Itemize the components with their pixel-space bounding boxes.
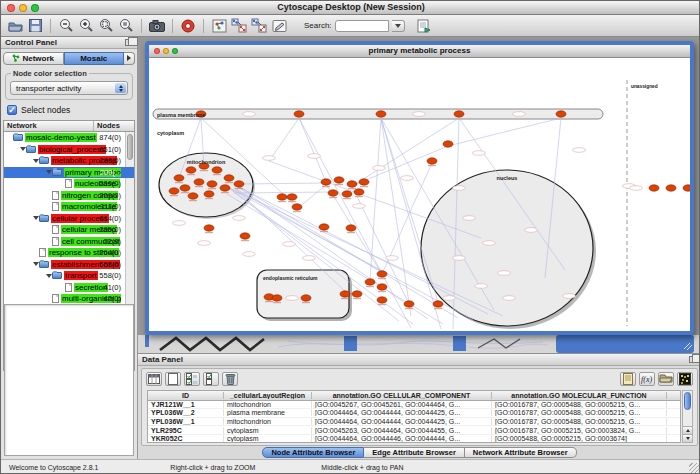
- tree-row[interactable]: nucleobase-209(0): [4, 178, 134, 190]
- network-node[interactable]: [347, 181, 357, 187]
- select-nodes-checkbox[interactable]: ✓: [7, 105, 17, 115]
- tree-row[interactable]: metabolic process280(0): [4, 155, 134, 167]
- network-node[interactable]: [194, 179, 204, 185]
- network-node[interactable]: [340, 291, 350, 297]
- zoom-out-icon[interactable]: [57, 17, 75, 34]
- table-row[interactable]: YJR121W__1mitochondrion[GO:0045267, GO:0…: [148, 401, 680, 410]
- tree-row[interactable]: multi-organism pro42(0): [4, 293, 134, 305]
- tab-node-attribute-browser[interactable]: Node Attribute Browser: [262, 447, 364, 458]
- network-node[interactable]: [234, 181, 244, 187]
- tab-network-attribute-browser[interactable]: Network Attribute Browser: [465, 447, 577, 458]
- network-node[interactable]: [204, 191, 214, 197]
- column-header[interactable]: _cellularLayoutRegion: [224, 392, 312, 399]
- import-network-icon[interactable]: [415, 17, 433, 34]
- network-node[interactable]: [346, 225, 356, 231]
- network-node[interactable]: [188, 193, 198, 199]
- float-panel-icon[interactable]: [689, 356, 697, 363]
- network-node[interactable]: [220, 185, 230, 191]
- table-row[interactable]: YPL036W__2plasma membrane[GO:0044464, GO…: [148, 409, 680, 418]
- table-row[interactable]: YLR295Ccytoplasm[GO:0045263, GO:0044464,…: [148, 426, 680, 435]
- network-node[interactable]: [224, 175, 234, 181]
- network-node[interactable]: [454, 111, 464, 117]
- network-node[interactable]: [556, 111, 566, 117]
- snapshot-camera-icon[interactable]: [148, 17, 166, 34]
- float-panel-icon[interactable]: [125, 39, 133, 46]
- network-node[interactable]: [352, 291, 362, 297]
- zoom-selected-icon[interactable]: [117, 17, 135, 34]
- notepad-icon[interactable]: [620, 372, 636, 386]
- resize-grip[interactable]: [689, 463, 699, 473]
- annotation-editor-icon[interactable]: [270, 17, 288, 34]
- nodes-column-header[interactable]: Nodes: [94, 121, 134, 131]
- network-node[interactable]: [427, 158, 437, 164]
- network-node[interactable]: [204, 225, 214, 231]
- network-node[interactable]: [272, 295, 282, 301]
- tree-row[interactable]: biological_process651(0): [4, 144, 134, 156]
- tree-row[interactable]: response to stimulu264(0): [4, 247, 134, 259]
- network-node[interactable]: [169, 188, 179, 194]
- tree-row[interactable]: secretion41(0): [4, 282, 134, 294]
- network-node[interactable]: [377, 297, 387, 303]
- help-lifesaver-icon[interactable]: [179, 17, 197, 34]
- network-node[interactable]: [180, 185, 190, 191]
- tree-row[interactable]: establishment of lo558(0): [4, 259, 134, 271]
- function-builder-icon[interactable]: f(x): [639, 372, 655, 386]
- table-row[interactable]: YKR052Ccytoplasm[GO:0044464, GO:0044446,…: [148, 435, 680, 443]
- network-node[interactable]: [186, 167, 196, 173]
- tree-row[interactable]: macromolecule311(0): [4, 201, 134, 213]
- network-node[interactable]: [377, 271, 387, 277]
- column-header[interactable]: annotation.GO CELLULAR_COMPONENT: [312, 392, 492, 399]
- network-node[interactable]: [359, 179, 369, 185]
- tree-row[interactable]: mosaic-demo-yeast874(0): [4, 132, 134, 144]
- open-attribute-file-icon[interactable]: [658, 372, 674, 386]
- network-node[interactable]: [212, 167, 222, 173]
- network-node[interactable]: [301, 295, 311, 301]
- network-node[interactable]: [277, 194, 287, 200]
- network-node[interactable]: [365, 279, 375, 285]
- network-node[interactable]: [334, 177, 344, 183]
- network-node[interactable]: [292, 204, 302, 210]
- tree-row[interactable]: cell communicat22(0): [4, 236, 134, 248]
- open-session-icon[interactable]: [6, 17, 24, 34]
- column-header[interactable]: annotation.GO MOLECULAR_FUNCTION: [492, 392, 667, 399]
- tab-mosaic[interactable]: Mosaic: [64, 52, 125, 65]
- network-window-titlebar[interactable]: primary metabolic process: [149, 45, 690, 58]
- tab-edge-attribute-browser[interactable]: Edge Attribute Browser: [364, 447, 464, 458]
- layout-transfer-b-icon[interactable]: [250, 17, 268, 34]
- network-node[interactable]: [174, 175, 184, 181]
- heatmap-icon[interactable]: [677, 372, 693, 386]
- save-session-icon[interactable]: [26, 17, 44, 34]
- network-node[interactable]: [404, 301, 414, 307]
- network-node[interactable]: [240, 233, 250, 239]
- select-attributes-icon[interactable]: [184, 372, 200, 386]
- delete-attribute-trash-icon[interactable]: [222, 372, 238, 386]
- tab-overflow-button[interactable]: [124, 52, 135, 65]
- network-node[interactable]: [433, 301, 443, 307]
- tree-row[interactable]: primary metabo209(...: [4, 167, 134, 179]
- network-node[interactable]: [321, 179, 331, 185]
- tree-row[interactable]: cellular metabo209(0): [4, 224, 134, 236]
- network-node[interactable]: [443, 141, 453, 147]
- network-view-window[interactable]: primary metabolic process plasma membran…: [145, 41, 694, 335]
- column-header[interactable]: ID: [148, 392, 224, 399]
- tab-network[interactable]: Network: [3, 52, 64, 65]
- network-canvas[interactable]: plasma membranecytoplasmmitochondrionnuc…: [149, 58, 690, 331]
- network-overview-icon[interactable]: [210, 17, 228, 34]
- layout-transfer-a-icon[interactable]: [230, 17, 248, 34]
- attribute-select-icon[interactable]: [146, 372, 162, 386]
- tree-row[interactable]: nitrogen compo209(0): [4, 190, 134, 202]
- tree-row[interactable]: cellular process614(0): [4, 213, 134, 225]
- new-attribute-icon[interactable]: [165, 372, 181, 386]
- search-options-dropdown[interactable]: [392, 20, 405, 32]
- zoom-in-icon[interactable]: [77, 17, 95, 34]
- nucleus-region[interactable]: [421, 170, 593, 326]
- table-row[interactable]: YPL036W__1mitochondrion[GO:0044464, GO:0…: [148, 418, 680, 427]
- network-node[interactable]: [354, 189, 364, 195]
- node-color-attribute-select[interactable]: transporter activity: [10, 81, 128, 95]
- match-attributes-icon[interactable]: [203, 372, 219, 386]
- tree-row[interactable]: transport558(0): [4, 270, 134, 282]
- network-node[interactable]: [666, 185, 676, 191]
- network-node[interactable]: [328, 190, 338, 196]
- network-node[interactable]: [376, 111, 386, 117]
- network-node[interactable]: [683, 185, 690, 191]
